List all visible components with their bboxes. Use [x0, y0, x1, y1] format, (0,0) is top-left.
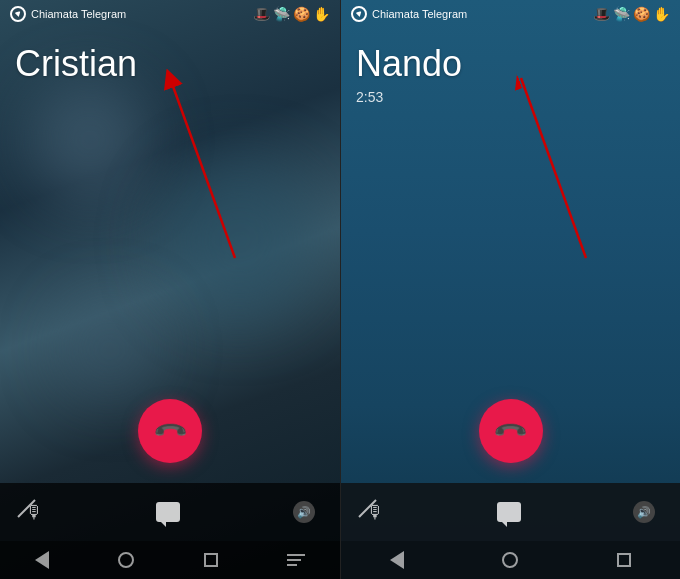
- right-bottom-bar: 🎙 🔊: [341, 483, 680, 541]
- left-volume-button[interactable]: 🔊: [293, 501, 315, 523]
- satellite-emoji-left: 🛸: [273, 6, 290, 22]
- right-call-content: Nando 2:53: [341, 28, 680, 221]
- right-end-call-area: 📞: [341, 399, 680, 483]
- right-back-button[interactable]: [390, 551, 404, 569]
- telegram-icon-right: [351, 6, 367, 22]
- hat-emoji-left: 🎩: [253, 6, 270, 22]
- telegram-icon-left: [10, 6, 26, 22]
- right-red-arrow: [511, 68, 601, 268]
- right-recents-button[interactable]: [617, 553, 631, 567]
- left-call-content: Cristian: [0, 28, 340, 221]
- left-bottom-bar: 🎙 🔊: [0, 483, 340, 541]
- cookie-emoji-left: 🍪: [293, 6, 310, 22]
- right-status-icons: 🎩 🛸 🍪 ✋: [593, 6, 670, 22]
- left-menu-button[interactable]: [287, 554, 305, 566]
- svg-line-1: [170, 78, 235, 258]
- left-status-text: Chiamata Telegram: [31, 8, 126, 20]
- left-status-bar: Chiamata Telegram 🎩 🛸 🍪 ✋: [0, 0, 340, 28]
- left-chat-button[interactable]: [156, 502, 180, 522]
- right-home-button[interactable]: [502, 552, 518, 568]
- cookie-emoji-right: 🍪: [633, 6, 650, 22]
- left-home-button[interactable]: [118, 552, 134, 568]
- svg-line-3: [521, 78, 586, 258]
- left-status-icons: 🎩 🛸 🍪 ✋: [253, 6, 330, 22]
- left-volume-icon: 🔊: [297, 506, 311, 519]
- left-back-button[interactable]: [35, 551, 49, 569]
- left-mic-button[interactable]: 🎙: [25, 502, 43, 523]
- left-phone-icon: 📞: [151, 412, 188, 449]
- bg-blob-3: [60, 300, 160, 400]
- right-volume-icon: 🔊: [637, 506, 651, 519]
- satellite-emoji-right: 🛸: [613, 6, 630, 22]
- right-mic-button[interactable]: 🎙: [366, 502, 384, 523]
- right-status-bar: Chiamata Telegram 🎩 🛸 🍪 ✋: [341, 0, 680, 28]
- hand-emoji-left: ✋: [313, 6, 330, 22]
- right-phone-screen: Chiamata Telegram 🎩 🛸 🍪 ✋ Nando 2:53: [340, 0, 680, 579]
- left-end-call-button[interactable]: 📞: [138, 399, 202, 463]
- right-volume-button[interactable]: 🔊: [633, 501, 655, 523]
- left-nav-bar: [0, 541, 340, 579]
- left-status-bar-title: Chiamata Telegram: [10, 6, 253, 22]
- left-end-call-area: 📞: [0, 399, 340, 483]
- right-status-text: Chiamata Telegram: [372, 8, 467, 20]
- left-phone-screen: Chiamata Telegram 🎩 🛸 🍪 ✋ Cristian: [0, 0, 340, 579]
- right-status-bar-title: Chiamata Telegram: [351, 6, 593, 22]
- left-recents-button[interactable]: [204, 553, 218, 567]
- hat-emoji-right: 🎩: [593, 6, 610, 22]
- hand-emoji-right: ✋: [653, 6, 670, 22]
- right-end-call-button[interactable]: 📞: [479, 399, 543, 463]
- right-nav-bar: [341, 541, 680, 579]
- right-phone-icon: 📞: [492, 412, 529, 449]
- left-red-arrow: [160, 68, 250, 268]
- right-chat-button[interactable]: [497, 502, 521, 522]
